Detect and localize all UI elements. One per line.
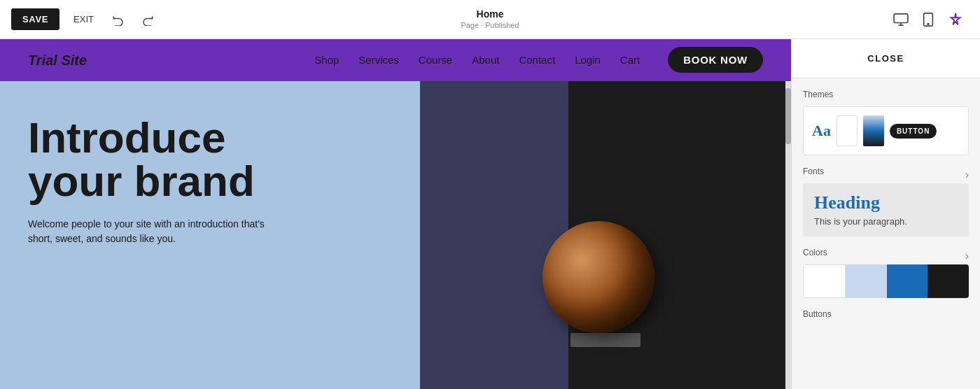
themes-row: Themes bbox=[803, 90, 969, 106]
nav-item-about[interactable]: About bbox=[472, 54, 499, 66]
desktop-view-button[interactable] bbox=[888, 9, 914, 30]
color-swatch-black bbox=[927, 264, 969, 298]
page-status: Page · Published bbox=[461, 20, 519, 30]
close-label: CLOSE bbox=[867, 53, 904, 64]
svg-rect-0 bbox=[894, 13, 908, 22]
colors-row-header: Colors › bbox=[803, 248, 969, 264]
style-editor-button[interactable] bbox=[942, 8, 969, 31]
sphere-object bbox=[542, 221, 668, 347]
paint-icon bbox=[948, 12, 963, 27]
themes-label: Themes bbox=[803, 90, 833, 99]
page-info: Home Page · Published bbox=[461, 8, 519, 30]
hero-image bbox=[420, 81, 791, 389]
nav-item-login[interactable]: Login bbox=[575, 54, 601, 66]
redo-icon bbox=[141, 13, 154, 26]
fonts-row-header: Fonts › bbox=[803, 167, 969, 183]
hero-title: Introduceyour brand bbox=[28, 116, 266, 203]
right-panel: CLOSE Themes Aa BUTTON Fonts › Heading T… bbox=[791, 39, 980, 389]
nav-item-contact[interactable]: Contact bbox=[519, 54, 555, 66]
fonts-paragraph: This is your paragraph. bbox=[814, 216, 958, 227]
colors-label: Colors bbox=[803, 248, 827, 257]
tablet-icon bbox=[923, 13, 934, 27]
hero-section: Introduceyour brand Welcome people to yo… bbox=[0, 81, 791, 389]
fonts-card[interactable]: Heading This is your paragraph. bbox=[803, 183, 969, 236]
main-area: Trial Site Shop Services Course About Co… bbox=[0, 39, 980, 389]
nav-links: Shop Services Course About Contact Login… bbox=[314, 54, 763, 66]
scrollbar-thumb[interactable] bbox=[785, 88, 791, 144]
nav-item-cta[interactable]: BOOK NOW bbox=[659, 54, 763, 66]
site-logo: Trial Site bbox=[28, 52, 87, 69]
buttons-section: Buttons bbox=[792, 309, 980, 330]
redo-button[interactable] bbox=[137, 10, 158, 29]
fonts-heading: Heading bbox=[814, 193, 958, 213]
site-nav: Trial Site Shop Services Course About Co… bbox=[0, 39, 791, 81]
fonts-section: Fonts › Heading This is your paragraph. bbox=[792, 167, 980, 248]
color-swatch-lightblue bbox=[846, 264, 887, 298]
fonts-arrow[interactable]: › bbox=[965, 169, 969, 181]
nav-item-services[interactable]: Services bbox=[358, 54, 399, 66]
themes-section: Themes Aa BUTTON bbox=[792, 78, 980, 167]
undo-button[interactable] bbox=[108, 10, 129, 29]
nav-item-cart[interactable]: Cart bbox=[620, 54, 640, 66]
theme-white-swatch bbox=[836, 115, 858, 146]
sphere-pedestal bbox=[570, 333, 640, 347]
theme-button-pill: BUTTON bbox=[890, 124, 937, 139]
hero-body: Welcome people to your site with an intr… bbox=[28, 217, 266, 246]
panel-close-bar[interactable]: CLOSE bbox=[792, 39, 980, 78]
hero-image-inner bbox=[420, 81, 791, 389]
scrollbar[interactable] bbox=[785, 81, 791, 389]
toolbar: SAVE EXIT Home Page · Published bbox=[0, 0, 980, 39]
toolbar-right bbox=[888, 8, 969, 31]
svg-point-4 bbox=[927, 23, 929, 24]
buttons-label: Buttons bbox=[803, 309, 832, 319]
desktop-icon bbox=[893, 13, 909, 26]
nav-item-course[interactable]: Course bbox=[419, 54, 452, 66]
color-swatch-blue bbox=[887, 264, 928, 298]
colors-section: Colors › bbox=[792, 248, 980, 309]
color-swatch-white bbox=[803, 264, 846, 298]
theme-blue-swatch bbox=[863, 115, 884, 146]
colors-card[interactable] bbox=[803, 264, 969, 298]
preview-area: Trial Site Shop Services Course About Co… bbox=[0, 39, 791, 389]
page-title: Home bbox=[477, 8, 504, 20]
nav-item-shop[interactable]: Shop bbox=[314, 54, 339, 66]
buttons-row-header: Buttons bbox=[803, 309, 969, 319]
themes-card[interactable]: Aa BUTTON bbox=[803, 106, 969, 155]
undo-icon bbox=[112, 13, 125, 26]
exit-button[interactable]: EXIT bbox=[68, 14, 99, 24]
hero-text: Introduceyour brand Welcome people to yo… bbox=[28, 116, 266, 246]
save-button[interactable]: SAVE bbox=[11, 8, 59, 30]
theme-aa-text: Aa bbox=[812, 122, 831, 140]
bronze-sphere bbox=[542, 221, 654, 333]
tablet-view-button[interactable] bbox=[917, 8, 939, 31]
fonts-label: Fonts bbox=[803, 167, 824, 176]
colors-arrow[interactable]: › bbox=[965, 250, 969, 262]
